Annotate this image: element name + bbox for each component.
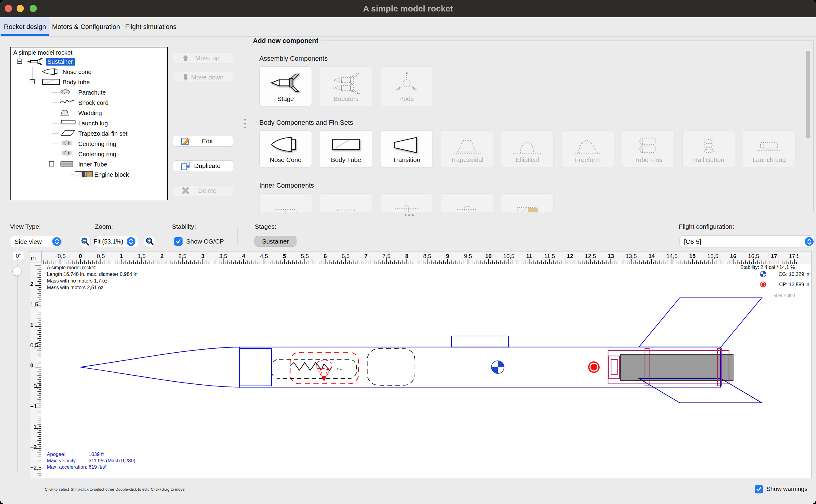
h-ruler-label: 6,5	[342, 253, 349, 259]
add-stage-button[interactable]: Stage	[259, 66, 312, 106]
tab-motors-configuration[interactable]: Motors & Configuration	[50, 17, 122, 36]
boosters-icon	[329, 71, 363, 96]
zoom-level-select[interactable]: Fit (53,1%)	[95, 236, 138, 247]
divider-handle-dot[interactable]	[244, 123, 246, 124]
rotation-slider-track[interactable]	[17, 263, 18, 471]
tab-flight-simulations-label: Flight simulations	[125, 23, 176, 31]
move-down-button[interactable]: Move down	[173, 72, 233, 83]
add-panel-scrollbar[interactable]	[806, 51, 810, 138]
move-up-button[interactable]: Move up	[173, 53, 233, 63]
sim-label-2: Max. velocity:	[47, 458, 77, 463]
motor-c6-5[interactable]	[620, 354, 733, 380]
tree-item-sustainer[interactable]: Sustainer	[46, 58, 75, 66]
h-ruler-label: 3	[201, 253, 205, 259]
rotation-slider-knob[interactable]	[12, 267, 21, 276]
duplicate-button[interactable]: Duplicate	[173, 160, 233, 171]
v-ruler-label: −2	[30, 444, 37, 450]
h-ruler-label: 0	[79, 253, 82, 259]
add-transition-button[interactable]: Transition	[380, 131, 433, 167]
launchlug-icon	[60, 119, 77, 126]
v-ruler-label: −0,5	[30, 383, 42, 389]
add-in-tube-button[interactable]	[259, 193, 312, 212]
v-ruler-label: 1	[30, 321, 34, 328]
zoom-out-button[interactable]	[79, 236, 91, 247]
add-in-engine-button[interactable]	[501, 193, 554, 212]
rocket-canvas[interactable]: −0,500,511,522,533,544,555,566,577,588,5…	[29, 251, 811, 478]
add-in-ring-button[interactable]	[380, 193, 433, 212]
add-tube-fins-button[interactable]: Tube Fins	[622, 131, 675, 167]
tree-expander-icon[interactable]	[49, 161, 54, 166]
stability-value: Stability: 2,4 cal / 14,1 %	[740, 264, 795, 270]
pods-icon	[390, 71, 423, 96]
v-ruler-label: −1	[30, 403, 37, 409]
tree-item-launch-lug[interactable]: Launch lug	[77, 119, 109, 127]
zoom-label: Zoom:	[95, 223, 113, 230]
flight-config-chevrons-icon	[805, 237, 814, 246]
tree-item-trapezoidal-fin-set[interactable]: Trapezoidal fin set	[77, 130, 129, 137]
add-in-coupler-button[interactable]	[320, 193, 372, 212]
tree-item-nose-cone[interactable]: Nose cone	[61, 68, 93, 76]
zoom-chevron-icon	[127, 237, 135, 246]
add-elliptical-button[interactable]: Elliptical	[501, 131, 554, 167]
h-ruler-label: 15,5	[707, 253, 718, 259]
h-ruler-label: 14,5	[666, 253, 678, 259]
tree-guide-line	[52, 87, 52, 164]
cg-value: CG: 10,229 in	[779, 271, 809, 277]
delete-button[interactable]: Delete	[173, 185, 233, 196]
add-launch-lug-button[interactable]: Launch Lug	[743, 131, 795, 167]
divider-handle-dot[interactable]	[244, 119, 246, 121]
tree-item-parachute[interactable]: Parachute	[77, 89, 107, 96]
tree-guide-line	[52, 133, 59, 134]
add-nose-cone-button[interactable]: Nose Cone	[259, 131, 312, 167]
railbutton-icon	[692, 135, 725, 157]
in-engine-icon	[511, 198, 544, 212]
magnifier-minus-icon	[80, 237, 90, 246]
tree-expander-icon[interactable]	[30, 79, 35, 84]
section-title-1: Body Components and Fin Sets	[259, 119, 353, 127]
tree-root-label[interactable]: A simple model rocket	[13, 49, 73, 56]
tree-item-centering-ring[interactable]: Centering ring	[77, 140, 118, 148]
tab-rocket-design[interactable]: Rocket design	[0, 17, 50, 36]
tree-item-wadding[interactable]: Wadding	[77, 109, 103, 117]
component-label: Boosters	[320, 95, 372, 102]
stage-toggle-sustainer[interactable]: Sustainer	[254, 236, 296, 247]
tree-item-inner-tube[interactable]: Inner Tube	[77, 160, 109, 168]
flight-config-select[interactable]: [C6-5]	[679, 235, 814, 248]
divider-handle-dot[interactable]	[244, 127, 246, 128]
tree-guide-line	[71, 170, 71, 175]
divider-handle-dot[interactable]	[405, 214, 406, 216]
tree-item-body-tube[interactable]: Body tube	[61, 78, 91, 86]
h-ruler-label: 1	[120, 253, 123, 259]
v-ruler-label: −2,5	[30, 464, 42, 471]
h-ruler-label: 12	[567, 253, 573, 259]
show-cgcp-checkbox[interactable]	[174, 237, 183, 246]
tree-item-shock-cord[interactable]: Shock cord	[77, 99, 110, 107]
tree-item-centering-ring[interactable]: Centering ring	[77, 150, 118, 158]
add-in-bulkhead-button[interactable]	[441, 193, 493, 212]
add-trapezoidal-button[interactable]: Trapezoidal	[441, 131, 493, 167]
edit-button[interactable]: Edit	[173, 136, 233, 147]
tree-guide-line	[71, 174, 74, 175]
add-rail-button-button[interactable]: Rail Button	[682, 131, 735, 167]
add-boosters-button[interactable]: Boosters	[320, 66, 372, 106]
tree-item-engine-block[interactable]: Engine block	[93, 171, 131, 179]
add-body-tube-button[interactable]: Body Tube	[320, 131, 372, 167]
view-type-chevrons-icon	[52, 237, 61, 246]
sim-value-2: 311 ft/s (Mach 0,280)	[89, 458, 135, 463]
h-ruler-label: 15	[689, 253, 696, 259]
show-warnings-checkbox[interactable]	[755, 485, 763, 493]
rotation-angle-box[interactable]: 0°	[13, 252, 24, 260]
view-type-select[interactable]: Side view	[10, 236, 62, 247]
tree-expander-icon[interactable]	[17, 59, 22, 64]
divider-handle-dot[interactable]	[408, 214, 410, 216]
action-label: Edit	[191, 137, 224, 145]
h-ruler-label: 8,5	[423, 253, 431, 259]
add-freeform-button[interactable]: Freeform	[562, 131, 614, 167]
zoom-in-button[interactable]	[144, 236, 155, 247]
v-ruler-label: 1,5	[30, 301, 38, 308]
add-pods-button[interactable]: Pods	[380, 66, 433, 106]
h-ruler-label: 7	[364, 253, 368, 259]
action-label: Move down	[191, 74, 224, 81]
divider-handle-dot[interactable]	[412, 214, 414, 216]
tab-flight-simulations[interactable]: Flight simulations	[122, 17, 180, 36]
